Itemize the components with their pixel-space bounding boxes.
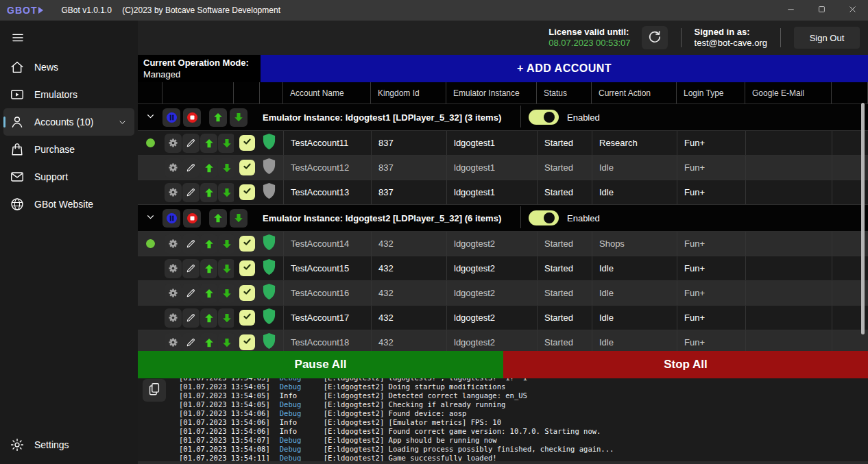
account-checkbox[interactable] — [239, 160, 255, 175]
move-account-up-button[interactable] — [200, 333, 217, 352]
column-header-google-e-mail[interactable]: Google E-Mail — [745, 82, 832, 103]
account-row[interactable]: TestAccount11837ldgogtest1StartedResearc… — [138, 131, 868, 156]
account-settings-button[interactable] — [165, 183, 182, 202]
sign-out-button[interactable]: Sign Out — [794, 27, 860, 49]
group-enabled-toggle[interactable]: Enabled — [529, 210, 600, 225]
move-account-up-button[interactable] — [200, 284, 217, 303]
edit-account-button[interactable] — [182, 234, 200, 254]
move-account-down-button[interactable] — [218, 284, 234, 303]
group-enabled-toggle[interactable]: Enabled — [529, 110, 600, 125]
stop-all-button[interactable]: Stop All — [503, 351, 868, 378]
move-group-up-button[interactable] — [209, 108, 227, 127]
add-account-button[interactable]: + ADD ACCOUNT — [261, 55, 868, 82]
maximize-button[interactable] — [806, 0, 837, 21]
move-account-up-button[interactable] — [200, 234, 217, 254]
account-checkbox[interactable] — [239, 310, 255, 326]
refresh-license-button[interactable] — [642, 26, 668, 49]
toggle-pill[interactable] — [529, 210, 559, 225]
column-header-account-name[interactable]: Account Name — [283, 82, 371, 103]
log-timestamp: [01.07.2023 13:54:06] — [179, 418, 270, 426]
account-settings-button[interactable] — [165, 234, 182, 254]
chevron-down-icon[interactable] — [117, 117, 128, 127]
edit-account-button[interactable] — [182, 259, 200, 278]
account-checkbox[interactable] — [239, 135, 255, 151]
copy-log-button[interactable] — [143, 379, 166, 402]
account-row[interactable]: TestAccount12837ldgogtest1StartedIdleFun… — [138, 156, 868, 180]
log-timestamp: [01.07.2023 13:54:06] — [179, 409, 270, 417]
column-header-login-type[interactable]: Login Type — [677, 82, 745, 103]
column-header-current-action[interactable]: Current Action — [592, 82, 677, 103]
move-group-down-button[interactable] — [230, 108, 248, 127]
move-account-up-button[interactable] — [200, 308, 217, 328]
move-account-down-button[interactable] — [218, 158, 234, 178]
account-checkbox[interactable] — [239, 334, 255, 350]
logo-play-icon — [38, 7, 43, 14]
column-header-emulator-instance[interactable]: Emulator Instance — [446, 82, 537, 103]
close-button[interactable] — [837, 0, 868, 21]
move-account-up-button[interactable] — [200, 183, 217, 202]
account-settings-button[interactable] — [165, 259, 182, 278]
move-account-down-button[interactable] — [218, 333, 234, 352]
shield-icon — [262, 332, 276, 351]
hamburger-menu-button[interactable] — [7, 29, 29, 48]
collapse-group-button[interactable] — [138, 211, 162, 225]
column-header-status[interactable]: Status — [537, 82, 592, 103]
collapse-group-button[interactable] — [138, 110, 162, 125]
sidebar-item-settings[interactable]: Settings — [3, 431, 134, 459]
vertical-scrollbar[interactable] — [861, 103, 865, 334]
pause-group-button[interactable] — [162, 108, 180, 127]
account-actions — [162, 131, 234, 155]
account-settings-button[interactable] — [165, 158, 182, 178]
account-checkbox[interactable] — [239, 260, 255, 276]
edit-account-button[interactable] — [182, 333, 200, 352]
move-account-down-button[interactable] — [218, 308, 234, 328]
move-account-up-button[interactable] — [200, 134, 217, 153]
sidebar-item-label: News — [34, 62, 58, 73]
move-account-down-button[interactable] — [218, 134, 234, 153]
pause-all-button[interactable]: Pause All — [138, 351, 503, 378]
account-settings-button[interactable] — [165, 333, 182, 352]
sidebar-item-accounts-10[interactable]: Accounts (10) — [3, 108, 134, 136]
edit-account-button[interactable] — [182, 183, 200, 202]
account-settings-button[interactable] — [165, 134, 182, 153]
sidebar-item-support[interactable]: Support — [3, 163, 134, 191]
move-group-down-button[interactable] — [230, 209, 248, 228]
move-account-down-button[interactable] — [218, 183, 234, 202]
cell-current-action: Research — [592, 131, 677, 155]
account-row[interactable]: TestAccount13837ldgogtest1StartedIdleFun… — [138, 180, 868, 205]
account-row[interactable]: TestAccount18432ldgogtest2StartedIdleFun… — [138, 330, 868, 351]
stop-group-button[interactable] — [183, 108, 201, 127]
sidebar-item-news[interactable]: News — [3, 53, 134, 81]
edit-account-button[interactable] — [182, 284, 200, 303]
sidebar-item-emulators[interactable]: Emulators — [3, 81, 134, 108]
move-account-down-button[interactable] — [218, 234, 234, 254]
minimize-button[interactable] — [775, 0, 806, 21]
cell-current-action: Idle — [592, 306, 677, 330]
account-row[interactable]: TestAccount15432ldgogtest2StartedIdleFun… — [138, 256, 868, 281]
toggle-pill[interactable] — [529, 110, 559, 125]
cell-account-name: TestAccount18 — [283, 330, 371, 351]
pause-group-button[interactable] — [162, 209, 180, 228]
account-checkbox[interactable] — [239, 285, 255, 301]
account-shield-cell — [260, 180, 283, 204]
account-row[interactable]: TestAccount14432ldgogtest2StartedShopsFu… — [138, 232, 868, 256]
account-row[interactable]: TestAccount16432ldgogtest2StartedIdleFun… — [138, 281, 868, 306]
account-checkbox[interactable] — [239, 184, 255, 200]
sidebar-item-purchase[interactable]: Purchase — [3, 136, 134, 163]
account-settings-button[interactable] — [165, 308, 182, 328]
move-account-up-button[interactable] — [200, 158, 217, 178]
move-account-up-button[interactable] — [200, 259, 217, 278]
account-checkbox[interactable] — [239, 236, 255, 252]
account-settings-button[interactable] — [165, 284, 182, 303]
sidebar-item-gbot-website[interactable]: GBot Website — [3, 191, 134, 218]
edit-account-button[interactable] — [182, 308, 200, 328]
account-row[interactable]: TestAccount17432ldgogtest2StartedIdleFun… — [138, 306, 868, 330]
move-group-up-button[interactable] — [209, 209, 227, 228]
edit-account-button[interactable] — [182, 134, 200, 153]
stop-group-button[interactable] — [183, 209, 201, 228]
signed-in-block: Signed in as: test@bot-cave.org — [695, 27, 767, 49]
log-message: [E:ldgogtest2] [Emulator metrics] FPS: 1… — [324, 418, 501, 426]
move-account-down-button[interactable] — [218, 259, 234, 278]
edit-account-button[interactable] — [182, 158, 200, 178]
column-header-kingdom-id[interactable]: Kingdom Id — [371, 82, 446, 103]
